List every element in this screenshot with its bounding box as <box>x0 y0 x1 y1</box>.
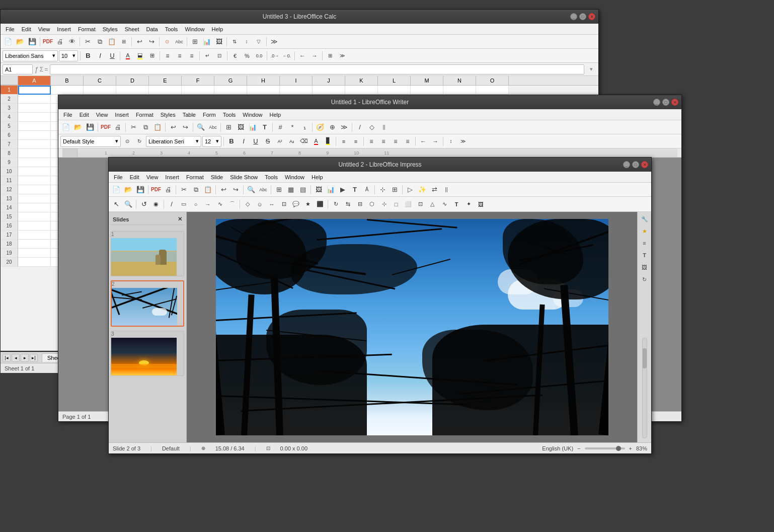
impress-crop-btn[interactable]: ⊹ <box>378 199 390 210</box>
calc-col-B[interactable]: B <box>51 76 84 85</box>
calc-fontcolor-btn[interactable]: A <box>122 50 133 61</box>
cell-F1[interactable] <box>182 86 214 95</box>
writer-find-btn[interactable]: 🔍 <box>195 122 206 133</box>
writer-cut-btn[interactable]: ✂ <box>128 122 139 133</box>
impress-redo-btn[interactable]: ↪ <box>230 184 241 195</box>
writer-style-dropdown[interactable]: Default Style ▾ <box>60 136 121 147</box>
writer-textbox-btn[interactable]: T <box>259 122 270 133</box>
calc-decimal-btn[interactable]: 0.0 <box>254 50 265 61</box>
row-num-1[interactable]: 1 <box>1 86 18 95</box>
calc-equals-btn[interactable]: = <box>44 66 48 73</box>
calc-col-M[interactable]: M <box>411 76 443 85</box>
impress-freehand-btn[interactable]: ∿ <box>439 199 450 210</box>
writer-paste-btn[interactable]: 📋 <box>152 122 163 133</box>
writer-maximize-btn[interactable]: □ <box>662 99 669 106</box>
writer-footnote-btn[interactable]: ₁ <box>299 122 310 133</box>
impress-curve-btn[interactable]: ∿ <box>214 199 225 210</box>
calc-new-btn[interactable]: 📄 <box>3 36 14 47</box>
impress-pdf-btn[interactable]: PDF <box>150 184 162 195</box>
writer-align-justify-btn[interactable]: ≡ <box>402 136 413 147</box>
calc-minimize-btn[interactable]: _ <box>570 13 577 20</box>
writer-italic-btn[interactable]: I <box>238 136 249 147</box>
row-num-2[interactable]: 2 <box>1 95 18 104</box>
calc-menu-insert[interactable]: Insert <box>54 25 74 33</box>
writer-menu-view[interactable]: View <box>93 111 111 119</box>
impress-textbox-btn[interactable]: T <box>349 184 360 195</box>
impress-minimize-btn[interactable]: _ <box>623 161 630 168</box>
impress-flip-btn[interactable]: ⇆ <box>342 199 353 210</box>
calc-fontsize-dropdown[interactable]: 10 ▾ <box>59 50 78 61</box>
impress-slides-close-btn[interactable]: ✕ <box>178 216 182 222</box>
calc-formula-expand[interactable]: ▾ <box>586 66 596 72</box>
impress-textbox-layout-btn[interactable]: ▦ <box>285 184 296 195</box>
writer-update-style-btn[interactable]: ↻ <box>134 136 145 147</box>
calc-col-A[interactable]: A <box>18 76 51 85</box>
writer-sidebar-btn[interactable]: || <box>378 122 390 133</box>
impress-connector-btn[interactable]: ⌒ <box>226 199 238 210</box>
writer-superscript-btn[interactable]: A² <box>274 136 285 147</box>
calc-merge-btn[interactable]: ⊡ <box>214 50 225 61</box>
writer-align-center-btn[interactable]: ≡ <box>378 136 389 147</box>
calc-menu-styles[interactable]: Styles <box>100 25 121 33</box>
cell-A2[interactable] <box>18 95 51 104</box>
impress-bidir-arrow-btn[interactable]: ↔ <box>266 199 277 210</box>
calc-indent-inc-btn[interactable]: → <box>309 50 320 61</box>
impress-menu-view[interactable]: View <box>143 173 162 181</box>
writer-bold-btn[interactable]: B <box>226 136 237 147</box>
calc-align-center-btn[interactable]: ≡ <box>174 50 185 61</box>
calc-align-left-btn[interactable]: ≡ <box>162 50 173 61</box>
impress-fill-btn[interactable]: ◉ <box>150 199 162 210</box>
calc-currency-btn[interactable]: € <box>229 50 241 61</box>
impress-maximize-btn[interactable]: □ <box>632 161 639 168</box>
calc-first-sheet-btn[interactable]: |◂ <box>3 354 11 362</box>
writer-shapes-btn[interactable]: ◇ <box>366 122 377 133</box>
writer-list-ordered-btn[interactable]: ≡ <box>350 136 361 147</box>
calc-chart-btn[interactable]: 📊 <box>201 36 212 47</box>
writer-menu-insert[interactable]: Insert <box>112 111 132 119</box>
impress-sidebar-btn[interactable]: || <box>441 184 452 195</box>
impress-slideshow-btn[interactable]: ▷ <box>405 184 416 195</box>
writer-font-dropdown[interactable]: Liberation Seri ▾ <box>146 136 201 147</box>
calc-col-O[interactable]: O <box>476 76 509 85</box>
calc-prev-sheet-btn[interactable]: ◂ <box>12 354 20 362</box>
calc-window-controls[interactable]: _ □ ✕ <box>570 13 595 20</box>
calc-spellcheck-btn[interactable]: Abc <box>174 36 185 47</box>
impress-crop2-btn[interactable]: ⊡ <box>415 199 426 210</box>
writer-indent-dec-btn[interactable]: ← <box>418 136 429 147</box>
calc-print-btn[interactable]: 🖨 <box>54 36 65 47</box>
cell-I1[interactable] <box>280 86 313 95</box>
calc-borders-btn[interactable]: ⊞ <box>146 50 158 61</box>
calc-redo-btn[interactable]: ↪ <box>146 36 157 47</box>
writer-window-controls[interactable]: _ □ ✕ <box>653 99 678 106</box>
writer-new-style-btn[interactable]: ⊙ <box>122 136 133 147</box>
writer-pdf-btn[interactable]: PDF <box>100 122 111 133</box>
calc-menu-edit[interactable]: Edit <box>19 25 34 33</box>
writer-menu-tools[interactable]: Tools <box>220 111 239 119</box>
cell-L1[interactable] <box>378 86 411 95</box>
cell-A1[interactable] <box>18 86 51 95</box>
calc-menu-data[interactable]: Data <box>143 25 161 33</box>
calc-underline-btn[interactable]: U <box>107 50 118 61</box>
calc-sort-desc-btn[interactable]: ↕ <box>241 36 252 47</box>
writer-spellcheck-btn[interactable]: Abc <box>207 122 218 133</box>
calc-export-pdf-btn[interactable]: PDF <box>42 36 53 47</box>
calc-maximize-btn[interactable]: □ <box>579 13 586 20</box>
impress-zoom-slider[interactable] <box>585 447 625 449</box>
calc-sum-btn[interactable]: Σ <box>40 66 43 73</box>
impress-menu-edit[interactable]: Edit <box>127 173 142 181</box>
writer-align-right-btn[interactable]: ≡ <box>390 136 401 147</box>
impress-ellipse-btn[interactable]: ○ <box>190 199 201 210</box>
calc-bgcolor-btn[interactable]: ⬓ <box>134 50 145 61</box>
impress-zoom-minus-btn[interactable]: − <box>577 445 580 451</box>
impress-menu-window[interactable]: Window <box>282 173 307 181</box>
impress-rect-btn[interactable]: ▭ <box>178 199 189 210</box>
calc-col-D[interactable]: D <box>116 76 149 85</box>
writer-copy-btn[interactable]: ⧉ <box>140 122 151 133</box>
cell-M1[interactable] <box>411 86 443 95</box>
writer-fontcolor-btn[interactable]: A <box>311 136 322 147</box>
writer-open-btn[interactable]: 📂 <box>72 122 84 133</box>
impress-panel-wrench-btn[interactable]: 🔧 <box>640 214 650 224</box>
calc-hyperlink-btn[interactable]: ⊙ <box>162 36 173 47</box>
impress-window-controls[interactable]: _ □ ✕ <box>623 161 648 168</box>
impress-rotate-btn[interactable]: ↺ <box>138 199 149 210</box>
